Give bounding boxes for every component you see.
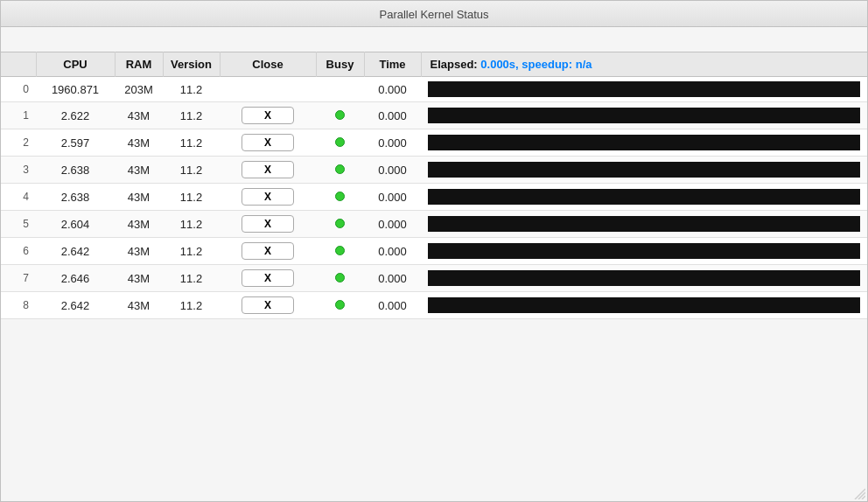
cell-time: 0.000: [364, 102, 421, 129]
progress-bar: [428, 162, 860, 178]
svg-line-1: [858, 492, 865, 499]
table-wrapper[interactable]: CPU RAM Version Close Busy Time Elapsed:…: [1, 52, 867, 319]
cell-elapsed-bar: [421, 129, 867, 157]
col-header-close: Close: [220, 52, 316, 77]
cell-id: 8: [1, 292, 36, 319]
cell-ram: 43M: [115, 238, 163, 265]
close-button[interactable]: X: [242, 134, 294, 151]
cell-time: 0.000: [364, 184, 421, 211]
cell-close[interactable]: X: [220, 238, 316, 265]
cell-ram: 203M: [115, 77, 163, 102]
cell-close[interactable]: X: [220, 292, 316, 319]
cell-ram: 43M: [115, 102, 163, 129]
cell-time: 0.000: [364, 265, 421, 292]
cell-elapsed-bar: [421, 77, 867, 102]
cell-close[interactable]: X: [220, 211, 316, 238]
resize-handle-icon[interactable]: [853, 487, 865, 499]
cell-time: 0.000: [364, 129, 421, 157]
cell-busy: [316, 292, 364, 319]
cell-close[interactable]: X: [220, 129, 316, 157]
cell-cpu: 1960.871: [36, 77, 115, 102]
table-row: 12.62243M11.2X0.000: [1, 102, 867, 129]
table-area: CPU RAM Version Close Busy Time Elapsed:…: [1, 52, 867, 501]
busy-indicator: [335, 137, 345, 147]
main-window: Parallel Kernel Status CPU RAM Version C…: [0, 0, 868, 502]
cell-elapsed-bar: [421, 102, 867, 129]
busy-indicator: [335, 219, 345, 228]
progress-bar: [428, 189, 860, 205]
title-bar: Parallel Kernel Status: [1, 1, 867, 27]
cell-id: 2: [1, 129, 36, 157]
busy-indicator: [335, 273, 345, 282]
progress-bar: [428, 81, 860, 97]
table-header-row: CPU RAM Version Close Busy Time Elapsed:…: [1, 52, 867, 77]
col-header-id: [1, 52, 36, 77]
cell-cpu: 2.597: [36, 129, 115, 157]
cell-ram: 43M: [115, 292, 163, 319]
cell-time: 0.000: [364, 77, 421, 102]
close-button[interactable]: X: [242, 107, 294, 124]
cell-elapsed-bar: [421, 211, 867, 238]
cell-cpu: 2.642: [36, 292, 115, 319]
close-button[interactable]: X: [242, 215, 294, 233]
elapsed-label: Elapsed:: [430, 58, 478, 71]
cell-close[interactable]: X: [220, 157, 316, 184]
col-header-time: Time: [364, 52, 421, 77]
elapsed-value: 0.000s, speedup: n/a: [480, 58, 592, 71]
cell-close[interactable]: X: [220, 265, 316, 292]
cell-ram: 43M: [115, 129, 163, 157]
cell-cpu: 2.642: [36, 238, 115, 265]
progress-bar: [428, 243, 860, 259]
svg-line-2: [862, 496, 865, 499]
cell-ram: 43M: [115, 184, 163, 211]
cell-time: 0.000: [364, 211, 421, 238]
cell-version: 11.2: [163, 211, 220, 238]
cell-elapsed-bar: [421, 265, 867, 292]
progress-bar: [428, 108, 860, 123]
close-button[interactable]: X: [242, 269, 294, 287]
busy-indicator: [335, 164, 345, 174]
table-row: 42.63843M11.2X0.000: [1, 184, 867, 211]
cell-cpu: 2.646: [36, 265, 115, 292]
cell-close[interactable]: X: [220, 102, 316, 129]
col-header-cpu: CPU: [36, 52, 115, 77]
cell-busy: [316, 77, 364, 102]
cell-busy: [316, 238, 364, 265]
cell-time: 0.000: [364, 292, 421, 319]
col-header-elapsed: Elapsed: 0.000s, speedup: n/a: [421, 52, 867, 77]
table-row: 72.64643M11.2X0.000: [1, 265, 867, 292]
table-row: 32.63843M11.2X0.000: [1, 157, 867, 184]
cell-busy: [316, 157, 364, 184]
cell-busy: [316, 129, 364, 157]
cell-version: 11.2: [163, 129, 220, 157]
table-row: 82.64243M11.2X0.000: [1, 292, 867, 319]
cell-busy: [316, 265, 364, 292]
table-row: 52.60443M11.2X0.000: [1, 211, 867, 238]
cell-ram: 43M: [115, 265, 163, 292]
cell-id: 4: [1, 184, 36, 211]
busy-indicator: [335, 300, 345, 310]
cell-close[interactable]: X: [220, 184, 316, 211]
cell-close: [220, 77, 316, 102]
close-button[interactable]: X: [242, 242, 294, 260]
window-title: Parallel Kernel Status: [379, 8, 488, 21]
col-header-ram: RAM: [115, 52, 163, 77]
cell-id: 1: [1, 102, 36, 129]
close-button[interactable]: X: [242, 296, 294, 314]
cell-id: 5: [1, 211, 36, 238]
table-row: 01960.871203M11.20.000: [1, 77, 867, 102]
table-row: 62.64243M11.2X0.000: [1, 238, 867, 265]
cell-ram: 43M: [115, 157, 163, 184]
close-button[interactable]: X: [242, 188, 294, 206]
cell-busy: [316, 211, 364, 238]
cell-busy: [316, 184, 364, 211]
kernel-table: CPU RAM Version Close Busy Time Elapsed:…: [1, 52, 867, 319]
cell-cpu: 2.622: [36, 102, 115, 129]
cell-elapsed-bar: [421, 184, 867, 211]
table-row: 22.59743M11.2X0.000: [1, 129, 867, 157]
close-button[interactable]: X: [242, 161, 294, 178]
progress-bar: [428, 216, 860, 232]
cell-version: 11.2: [163, 77, 220, 102]
progress-bar: [428, 135, 860, 150]
cell-id: 3: [1, 157, 36, 184]
